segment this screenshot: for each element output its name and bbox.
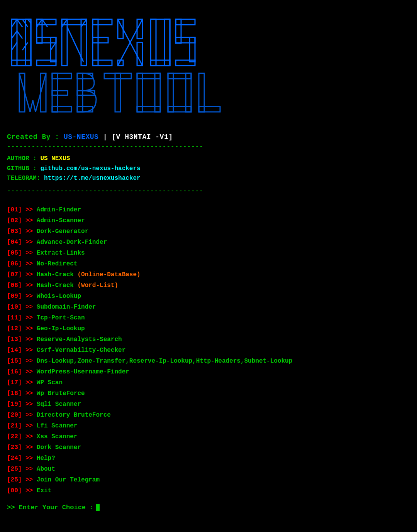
menu-item-arrow: >> <box>22 239 36 246</box>
input-section: >> Enter Your Choice : <box>4 496 413 511</box>
menu-item[interactable]: [07] >> Hash-Crack (Online-DataBase) <box>7 269 410 280</box>
menu-item[interactable]: [10] >> Subdomain-Finder <box>7 302 410 312</box>
github-label: GITHUB : <box>7 165 40 172</box>
menu-item[interactable]: [08] >> Hash-Crack (Word-List) <box>7 280 410 291</box>
telegram-value: https://t.me/usnexushacker <box>44 175 141 182</box>
menu-item-arrow: >> <box>22 390 36 397</box>
svg-rect-16 <box>37 60 56 66</box>
menu-item[interactable]: [00] >> Exit <box>7 485 410 496</box>
menu-item-label: Admin-Scanner <box>37 217 85 224</box>
menu-item-arrow: >> <box>22 336 36 343</box>
menu-item[interactable]: [05] >> Extract-Links <box>7 248 410 258</box>
menu-item[interactable]: [15] >> Dns-Lookup,Zone-Transfer,Reserve… <box>7 356 410 366</box>
menu-item-num: [00] <box>7 487 22 494</box>
author-value: US NEXUS <box>40 155 70 162</box>
menu-item-num: [03] <box>7 228 22 235</box>
menu-item-label: Subdomain-Finder <box>37 304 96 311</box>
menu-item-label: Advance-Dork-Finder <box>37 239 107 246</box>
svg-rect-44 <box>176 37 195 43</box>
menu-item-label: Tcp-Port-Scan <box>37 314 85 321</box>
svg-rect-3 <box>12 60 31 66</box>
svg-line-19 <box>51 42 56 50</box>
menu-item[interactable]: [22] >> Xss Scanner <box>7 431 410 442</box>
menu-item[interactable]: [25] >> Join Our Telegram <box>7 475 410 485</box>
author-line: AUTHOR : US NEXUS <box>7 154 410 164</box>
svg-rect-43 <box>176 19 181 43</box>
menu-item[interactable]: [14] >> Csrf-Vernability-Checker <box>7 345 410 356</box>
menu-item-num: [02] <box>7 217 22 224</box>
github-value: github.com/us-nexus-hackers <box>40 165 140 172</box>
menu-item-special-label: (Word-List) <box>77 282 118 289</box>
menu-item-arrow: >> <box>22 217 36 224</box>
menu-item[interactable]: [13] >> Reserve-Analysts-Search <box>7 334 410 345</box>
menu-item[interactable]: [24] >> Help? <box>7 453 410 464</box>
svg-rect-61 <box>104 73 131 79</box>
menu-item-num: [01] <box>7 206 22 213</box>
menu-item-num: [21] <box>7 422 22 429</box>
svg-line-10 <box>12 42 17 50</box>
menu-item[interactable]: [23] >> Dork Scanner <box>7 442 410 453</box>
menu-item[interactable]: [21] >> Lfi Scanner <box>7 421 410 431</box>
menu-item-num: [25] <box>7 466 22 473</box>
menu-item-num: [06] <box>7 260 22 267</box>
menu-item[interactable]: [12] >> Geo-Ip-Lookup <box>7 323 410 334</box>
menu-item-num: [23] <box>7 444 22 451</box>
svg-rect-58 <box>77 73 93 79</box>
svg-rect-14 <box>37 37 56 43</box>
menu-item-special-label: (Online-DataBase) <box>77 271 140 278</box>
svg-rect-53 <box>52 73 71 79</box>
menu-item-num: [13] <box>7 336 22 343</box>
menu-item-arrow: >> <box>22 422 36 429</box>
menu-item[interactable]: [16] >> WordPress-Username-Finder <box>7 366 410 377</box>
menu-item-arrow: >> <box>22 487 36 494</box>
menu-item-label: Admin-Finder <box>37 206 81 213</box>
menu-item[interactable]: [19] >> Sqli Scanner <box>7 399 410 410</box>
menu-section: [01] >> Admin-Finder[02] >> Admin-Scanne… <box>4 197 413 496</box>
svg-rect-42 <box>176 19 195 25</box>
svg-line-18 <box>42 19 47 27</box>
menu-item-label: WordPress-Username-Finder <box>37 368 129 375</box>
menu-item-arrow: >> <box>22 250 36 257</box>
menu-item[interactable]: [25] >> About <box>7 464 410 475</box>
svg-rect-63 <box>137 73 160 79</box>
menu-item-label: Dork-Generator <box>37 228 88 235</box>
divider-bottom: ----------------------------------------… <box>7 187 410 194</box>
menu-item-num: [16] <box>7 368 22 375</box>
menu-item[interactable]: [09] >> Whois-Lookup <box>7 291 410 302</box>
menu-item[interactable]: [01] >> Admin-Finder <box>7 204 410 215</box>
menu-item[interactable]: [18] >> Wp BruteForce <box>7 388 410 399</box>
created-by-line: Created By : US-NEXUS | [V H3NTAI -V1] <box>7 133 410 141</box>
menu-item[interactable]: [17] >> WP Scan <box>7 377 410 388</box>
menu-item[interactable]: [11] >> Tcp-Port-Scan <box>7 312 410 323</box>
github-line: GITHUB : github.com/us-nexus-hackers <box>7 164 410 174</box>
menu-item-num: [19] <box>7 401 22 408</box>
menu-item-num: [24] <box>7 455 22 462</box>
menu-item-label: Directory BruteForce <box>37 412 111 419</box>
menu-item-num: [14] <box>7 347 22 354</box>
svg-rect-31 <box>93 60 112 66</box>
svg-line-4 <box>12 19 17 27</box>
menu-item[interactable]: [20] >> Directory BruteForce <box>7 410 410 421</box>
menu-item-num: [08] <box>7 282 22 289</box>
menu-item-arrow: >> <box>22 325 36 332</box>
info-block: AUTHOR : US NEXUS GITHUB : github.com/us… <box>7 152 410 185</box>
svg-rect-56 <box>52 106 71 112</box>
menu-item-label: Whois-Lookup <box>37 293 81 300</box>
menu-item-arrow: >> <box>22 260 36 267</box>
svg-rect-70 <box>168 106 191 112</box>
menu-item[interactable]: [06] >> No-Redirect <box>7 258 410 269</box>
created-by-separator: | <box>103 133 112 141</box>
created-by-name: US-NEXUS <box>64 133 98 141</box>
menu-item[interactable]: [04] >> Advance-Dork-Finder <box>7 237 410 248</box>
svg-rect-66 <box>137 106 160 112</box>
svg-line-24 <box>81 19 86 27</box>
input-line: >> Enter Your Choice : <box>7 504 410 511</box>
menu-item[interactable]: [02] >> Admin-Scanner <box>7 215 410 226</box>
menu-item-label: Dork Scanner <box>37 444 81 451</box>
menu-item-label: Geo-Ip-Lookup <box>37 325 85 332</box>
menu-item-num: [17] <box>7 379 22 386</box>
menu-item-label: Hash-Crack <box>37 271 78 278</box>
created-by-section: Created By : US-NEXUS | [V H3NTAI -V1] -… <box>4 122 413 194</box>
menu-item-arrow: >> <box>22 282 36 289</box>
menu-item[interactable]: [03] >> Dork-Generator <box>7 226 410 237</box>
